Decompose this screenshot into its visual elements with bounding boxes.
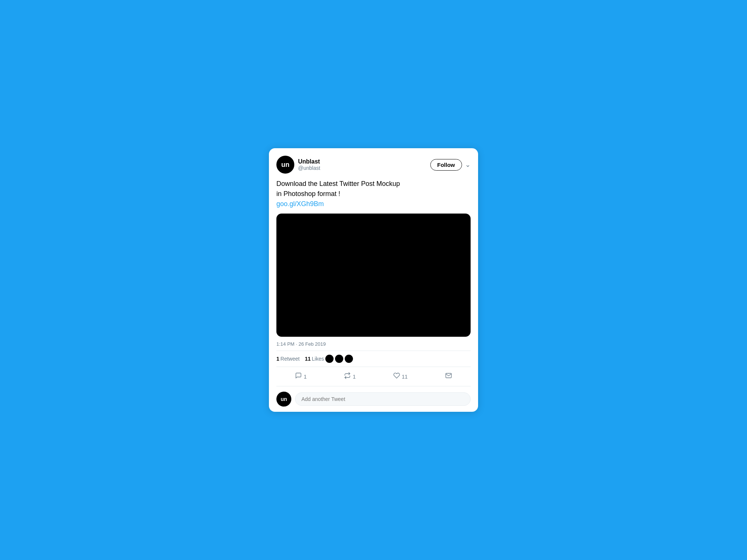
tweet-header-right: Follow ⌄ — [430, 159, 471, 171]
avatar-initials: un — [281, 161, 289, 169]
retweet-action-count: 1 — [353, 374, 356, 380]
retweet-stat: 1 Retweet — [276, 356, 300, 362]
like-avatars: 11 Likes — [305, 355, 353, 363]
dm-button[interactable] — [441, 370, 456, 383]
like-avatar-2 — [335, 355, 343, 363]
reply-button[interactable]: 1 — [291, 370, 310, 383]
tweet-text-line2: in Photoshop format ! — [276, 190, 340, 197]
tweet-actions: 1 1 11 — [276, 367, 471, 386]
likes-label: Likes — [312, 356, 324, 362]
add-tweet-avatar-initials: un — [280, 396, 287, 402]
like-avatar-1 — [325, 355, 334, 363]
tweet-card: un Unblast @unblast Follow ⌄ Download th… — [269, 148, 478, 412]
user-handle: @unblast — [298, 165, 320, 171]
chevron-down-icon[interactable]: ⌄ — [465, 161, 471, 169]
heart-icon — [393, 372, 400, 381]
add-tweet-input[interactable] — [295, 392, 471, 406]
tweet-link[interactable]: goo.gl/XGh9Bm — [276, 200, 324, 208]
likes-stat: 11 Likes — [305, 356, 324, 362]
like-avatar-3 — [345, 355, 353, 363]
retweet-label: Retweet — [280, 356, 300, 362]
user-info: Unblast @unblast — [298, 158, 320, 171]
tweet-text: Download the Latest Twitter Post Mockup … — [276, 179, 471, 209]
add-tweet-area: un — [276, 386, 471, 412]
likes-count: 11 — [305, 356, 311, 362]
tweet-timestamp: 1:14 PM · 26 Feb 2019 — [276, 341, 471, 351]
tweet-stats: 1 Retweet 11 Likes — [276, 355, 471, 367]
retweet-count: 1 — [276, 356, 279, 362]
user-name: Unblast — [298, 158, 320, 165]
mail-icon — [445, 372, 452, 381]
reply-count: 1 — [304, 374, 307, 380]
tweet-text-line1: Download the Latest Twitter Post Mockup — [276, 180, 400, 187]
tweet-header: un Unblast @unblast Follow ⌄ — [276, 156, 471, 174]
tweet-image — [276, 214, 471, 337]
reply-icon — [295, 372, 302, 381]
like-action-count: 11 — [402, 374, 408, 380]
retweet-button[interactable]: 1 — [340, 370, 359, 383]
add-tweet-avatar: un — [276, 392, 291, 407]
avatar: un — [276, 156, 294, 174]
like-button[interactable]: 11 — [390, 370, 412, 383]
follow-button[interactable]: Follow — [430, 159, 462, 171]
tweet-header-left: un Unblast @unblast — [276, 156, 320, 174]
retweet-icon — [344, 372, 351, 381]
